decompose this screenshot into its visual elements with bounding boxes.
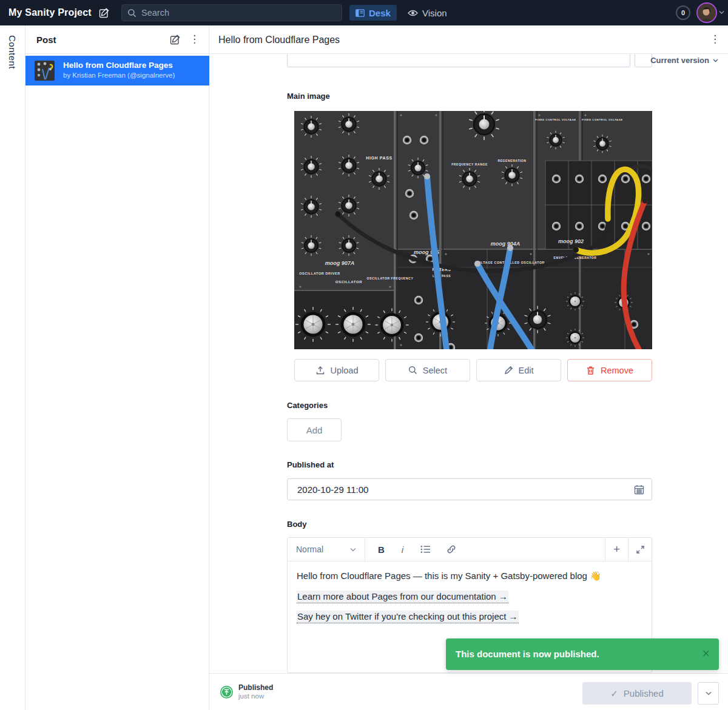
insert-block-button[interactable]: +: [605, 538, 628, 561]
desk-icon: [356, 9, 365, 17]
photo-label: OSCILLATOR FREQUENCY: [367, 276, 414, 280]
list-item-subtitle: by Kristian Freeman (@signalnerve): [63, 72, 175, 79]
toast-notification: This document is now published. ×: [446, 638, 719, 670]
published-at-label: Published at: [287, 460, 334, 469]
published-status-icon: [220, 686, 233, 698]
trash-icon: [586, 366, 595, 375]
status-title: Published: [238, 683, 273, 692]
publish-button[interactable]: ✓ Published: [582, 682, 692, 705]
top-navbar: My Sanity Project Desk Vision 0: [0, 0, 728, 25]
clipped-text-field[interactable]: [287, 54, 630, 67]
published-at-input[interactable]: [288, 484, 634, 495]
edit-button[interactable]: Edit: [476, 359, 561, 381]
search-icon: [408, 366, 417, 375]
body-label: Body: [287, 520, 307, 529]
new-document-icon[interactable]: [170, 34, 181, 45]
remove-button[interactable]: Remove: [567, 359, 652, 381]
chevron-down-icon: [713, 59, 718, 62]
upload-label: Upload: [331, 366, 359, 375]
tab-desk[interactable]: Desk: [349, 5, 397, 21]
eye-icon: [408, 9, 418, 17]
document-menu-icon[interactable]: ⋮: [710, 33, 720, 46]
photo-label: OSCILLATOR: [335, 280, 363, 284]
publish-menu-button[interactable]: [698, 682, 719, 705]
body-paragraph: Hello from Cloudflare Pages — this is my…: [297, 569, 642, 582]
avatar[interactable]: [696, 2, 717, 23]
document-title: Hello from Cloudflare Pages: [218, 25, 340, 54]
list-item-thumbnail: [35, 61, 55, 81]
select-button[interactable]: Select: [385, 359, 470, 381]
publish-button-label: Published: [624, 688, 664, 698]
photo-label: FIXED CONTROL VOLTAGE: [582, 118, 623, 121]
list-pane-header: Post ⋮: [25, 25, 209, 54]
compose-icon[interactable]: [99, 7, 110, 18]
badge-count: 0: [681, 9, 685, 16]
photo-label: FIXED CONTROL VOLTAGE: [535, 118, 576, 121]
photo-label: OSCILLATOR DRIVER: [299, 272, 340, 275]
clipped-field-button[interactable]: [635, 54, 652, 67]
fullscreen-icon[interactable]: [628, 538, 652, 561]
text-style-value: Normal: [296, 544, 323, 554]
calendar-icon[interactable]: [634, 484, 644, 495]
post-list-pane: Post ⋮ Hello from Cloudfla: [25, 25, 209, 710]
close-icon[interactable]: ×: [702, 638, 710, 669]
version-label: Current version: [650, 56, 709, 65]
document-footer: Published just now ✓ Published: [209, 673, 728, 710]
italic-button[interactable]: i: [400, 544, 405, 555]
project-title: My Sanity Project: [8, 0, 92, 25]
list-item-title: Hello from Cloudflare Pages: [63, 61, 173, 70]
list-pane-menu-icon[interactable]: ⋮: [189, 33, 200, 46]
main-image-photo[interactable]: HIGH PASS FREQUENCY RANGE REGENERATION F…: [294, 111, 652, 349]
remove-label: Remove: [601, 366, 633, 375]
photo-label: FREQUENCY RANGE: [451, 162, 488, 166]
tab-vision-label: Vision: [422, 8, 447, 18]
photo-label: moog 907A: [325, 260, 355, 266]
main-image-label: Main image: [287, 92, 330, 101]
tab-desk-label: Desk: [369, 8, 391, 18]
document-header: Hello from Cloudflare Pages ⋮: [209, 25, 728, 54]
editor-toolbar: Normal B i: [288, 538, 652, 561]
document-pane: Hello from Cloudflare Pages ⋮ Current ve…: [209, 25, 728, 710]
photo-label: HIGH PASS: [366, 156, 392, 160]
list-pane-title: Post: [36, 25, 56, 54]
select-label: Select: [423, 366, 447, 375]
upload-icon: [315, 366, 325, 375]
photo-label: REGENERATION: [497, 159, 526, 162]
list-item[interactable]: Hello from Cloudflare Pages by Kristian …: [25, 56, 209, 85]
categories-label: Categories: [287, 401, 328, 410]
bold-button[interactable]: B: [378, 544, 385, 555]
chevron-down-icon: [350, 548, 356, 552]
text-style-select[interactable]: Normal: [288, 538, 365, 561]
chevron-down-icon: [706, 691, 712, 695]
version-selector[interactable]: Current version: [650, 56, 718, 65]
status-time: just now: [238, 692, 264, 700]
pencil-icon: [504, 366, 513, 375]
body-link[interactable]: Say hey on Twitter if you're checking ou…: [297, 611, 519, 623]
search-icon: [127, 8, 136, 18]
check-icon: ✓: [610, 688, 618, 699]
add-category-button[interactable]: Add: [287, 418, 342, 441]
search-input[interactable]: [141, 8, 336, 18]
notifications-badge[interactable]: 0: [676, 5, 690, 20]
add-label: Add: [306, 425, 323, 435]
upload-button[interactable]: Upload: [294, 359, 379, 381]
link-icon[interactable]: [447, 544, 456, 554]
editor-content[interactable]: Hello from Cloudflare Pages — this is my…: [288, 561, 652, 622]
content-rail[interactable]: Content: [0, 25, 25, 710]
content-rail-label: Content: [7, 35, 18, 69]
edit-label: Edit: [519, 366, 534, 375]
photo-label: moog 904A: [491, 241, 521, 247]
bullet-list-icon[interactable]: [420, 545, 431, 554]
sanity-studio: My Sanity Project Desk Vision 0: [0, 0, 728, 710]
tab-vision[interactable]: Vision: [402, 5, 453, 21]
body-link[interactable]: Learn more about Pages from our document…: [297, 591, 508, 603]
chevron-down-icon[interactable]: [719, 10, 724, 15]
published-at-field: [287, 478, 652, 500]
toast-message: This document is now published.: [456, 638, 599, 670]
search-bar: [121, 4, 342, 21]
document-form: Main image: [209, 54, 728, 673]
photo-label: moog 902: [558, 238, 584, 244]
